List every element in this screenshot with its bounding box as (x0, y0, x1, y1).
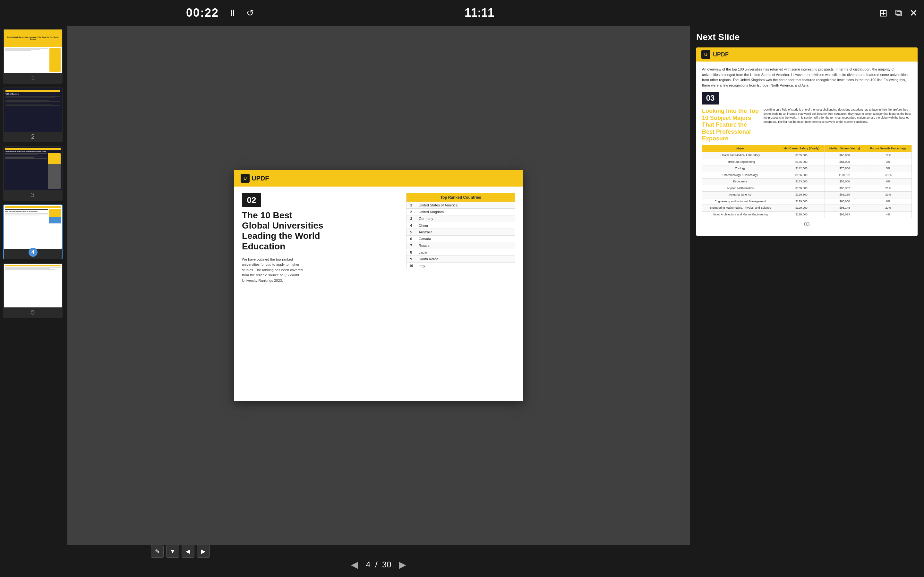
country-name: Germany (416, 215, 515, 222)
countries-table-header: Top Ranked Countries (407, 193, 515, 202)
major-cell: $92,093 (825, 211, 865, 218)
major-row: Engineering Mathematics, Physics, and Sc… (702, 205, 912, 211)
next-table-col-header: Future Growth Percentage (865, 145, 912, 152)
current-slide: U UPDF 02 The 10 Best Global Universitie… (234, 170, 523, 401)
slide-thumb-2[interactable]: Table of Contents 2 (3, 87, 63, 142)
next-slide-label: Next Slide (696, 32, 918, 42)
country-name: Russia (416, 242, 515, 249)
window-layout-icon[interactable]: ⊞ (879, 7, 887, 19)
next-slide-page-label: 03 (702, 221, 912, 231)
slide-thumb-1[interactable]: Find and Apply For the Best Institutes I… (3, 29, 63, 84)
slide-num-4: 4 4 (4, 249, 62, 259)
major-cell: 21% (865, 185, 912, 192)
toolbar-prev-btn[interactable]: ◀ (182, 545, 194, 558)
country-row: 10Italy (407, 263, 515, 269)
updf-logo: U UPDF (241, 174, 269, 183)
major-row: Actuarial Science$129,500$88,25521% (702, 192, 912, 198)
close-icon[interactable]: ✕ (909, 7, 918, 19)
country-name: South Korea (416, 256, 515, 263)
next-table-col-header: Median Salary (Yearly) (825, 145, 865, 152)
major-cell: Health and Medical Laboratory (702, 152, 779, 159)
prev-page-button[interactable]: ◀ (351, 559, 358, 570)
country-name: United States of America (416, 202, 515, 209)
slide-num-3: 3 (4, 190, 62, 200)
major-cell: $133,000 (779, 179, 825, 185)
country-name: Italy (416, 263, 515, 269)
slide-thumb-4[interactable]: The 10 Best Global Universities Leading … (3, 205, 63, 259)
window-split-icon[interactable]: ⧉ (895, 7, 902, 19)
slide-thumb-5[interactable]: 5 (3, 263, 63, 318)
country-row: 8Japan (407, 249, 515, 256)
country-rank: 1 (407, 202, 416, 209)
slide-thumb-3[interactable]: Understanding the Need to Apply Internat… (3, 146, 63, 201)
country-rank: 3 (407, 215, 416, 222)
next-table-col-header: Major (702, 145, 779, 152)
major-cell: Engineering Mathematics, Physics, and Sc… (702, 205, 779, 211)
major-cell: $60,000 (825, 198, 865, 205)
next-slide-card-header: U UPDF (696, 47, 918, 61)
refresh-button[interactable]: ↺ (246, 8, 254, 18)
major-row: Health and Medical Laboratory$165,000$60… (702, 152, 912, 159)
major-cell: 3.1% (865, 172, 912, 179)
major-cell: $136,000 (779, 172, 825, 179)
country-name: Canada (416, 235, 515, 242)
page-indicator: 4 / 30 (366, 560, 391, 570)
major-cell: Engineering and Industrial Management (702, 198, 779, 205)
major-cell: $84,000 (825, 159, 865, 165)
toolbar-down-btn[interactable]: ▼ (166, 545, 179, 558)
toolbar-next-btn[interactable]: ▶ (197, 545, 210, 558)
slide-num-5: 5 (4, 308, 62, 318)
country-rank: 8 (407, 249, 416, 256)
slide-toolbar: ✎ ▼ ◀ ▶ (151, 545, 210, 558)
major-cell: $96,362 (825, 185, 865, 192)
next-slide-card: U UPDF An overview of the top 100 univer… (696, 47, 918, 236)
country-row: 5Australia (407, 229, 515, 235)
next-updf-text: UPDF (713, 51, 729, 58)
slide-number-box: 02 (242, 193, 261, 207)
toolbar-edit-btn[interactable]: ✎ (151, 545, 164, 558)
top-bar: 00:22 ⏸ ↺ 11:11 ⊞ ⧉ ✕ (0, 0, 924, 26)
next-slide-yellow-title: Looking Into the Top 10 Subject Majors T… (702, 108, 760, 142)
major-cell: 3% (865, 159, 912, 165)
window-controls: ⊞ ⧉ ✕ (879, 7, 918, 19)
slide-left-column: 02 The 10 Best Global Universities Leadi… (242, 193, 400, 394)
slide-body: 02 The 10 Best Global Universities Leadi… (234, 187, 523, 401)
next-page-button[interactable]: ▶ (399, 559, 406, 570)
next-slide-left-col: Looking Into the Top 10 Subject Majors T… (702, 108, 760, 142)
major-cell: 5% (865, 165, 912, 172)
major-cell: $129,500 (779, 192, 825, 198)
country-name: Australia (416, 229, 515, 235)
next-slide-body: An overview of the top 100 universities … (696, 61, 918, 236)
major-cell: Pharmacology & Toxicology (702, 172, 779, 179)
major-row: Applied Mathematics$130,000$96,36221% (702, 185, 912, 192)
next-updf-icon: U (701, 50, 710, 59)
major-cell: Naval Architecture and Marine Engineerin… (702, 211, 779, 218)
main-slide-area: U UPDF 02 The 10 Best Global Universitie… (67, 26, 690, 545)
next-table-col-header: Mid-Career Salary (Yearly) (779, 145, 825, 152)
country-row: 2United Kingdom (407, 209, 515, 215)
duration-display: 11:11 (465, 6, 494, 19)
major-cell: 27% (865, 205, 912, 211)
major-row: Petroleum Engineering$156,000$84,0003% (702, 159, 912, 165)
country-name: Japan (416, 249, 515, 256)
major-cell: $129,000 (779, 205, 825, 211)
major-cell: $156,000 (779, 159, 825, 165)
country-rank: 6 (407, 235, 416, 242)
updf-icon: U (241, 174, 250, 183)
country-row: 4China (407, 222, 515, 229)
next-slide-two-col: Looking Into the Top 10 Subject Majors T… (702, 108, 912, 142)
slide-thumbnail-panel: Find and Apply For the Best Institutes I… (0, 26, 67, 577)
country-row: 3Germany (407, 215, 515, 222)
pause-button[interactable]: ⏸ (228, 8, 237, 18)
major-row: Economics$133,000$58,0006% (702, 179, 912, 185)
major-row: Naval Architecture and Marine Engineerin… (702, 211, 912, 218)
slide-header: U UPDF (234, 170, 523, 187)
major-cell: 4% (865, 211, 912, 218)
major-cell: $130,000 (779, 185, 825, 192)
major-cell: Economics (702, 179, 779, 185)
country-rank: 9 (407, 256, 416, 263)
next-slide-body-text: An overview of the top 100 universities … (702, 67, 912, 88)
country-rank: 4 (407, 222, 416, 229)
playback-controls: ⏸ ↺ (228, 8, 254, 18)
major-cell: Actuarial Science (702, 192, 779, 198)
